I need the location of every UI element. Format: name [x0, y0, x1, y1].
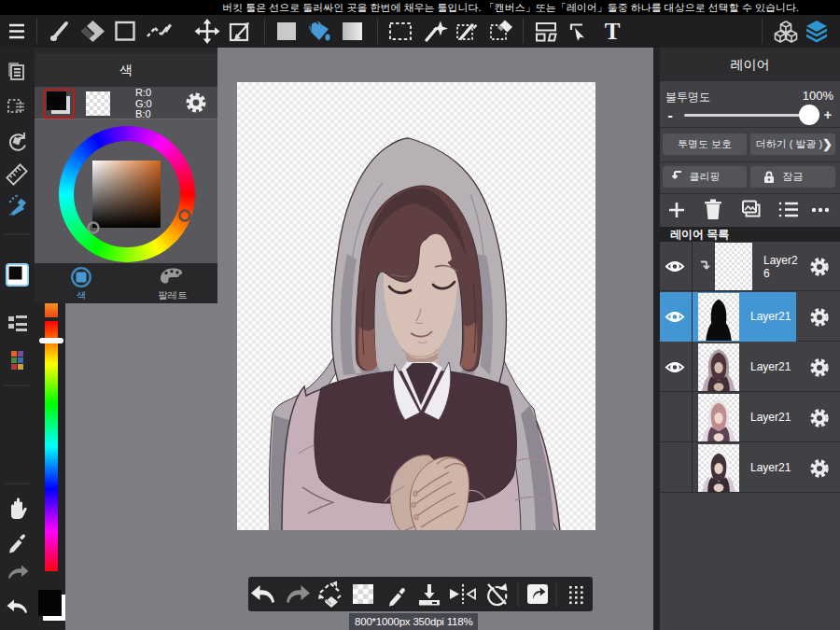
svg-text:T: T: [605, 19, 621, 44]
svg-text:색: 색: [77, 289, 87, 301]
svg-text:팔레트: 팔레트: [158, 289, 188, 301]
